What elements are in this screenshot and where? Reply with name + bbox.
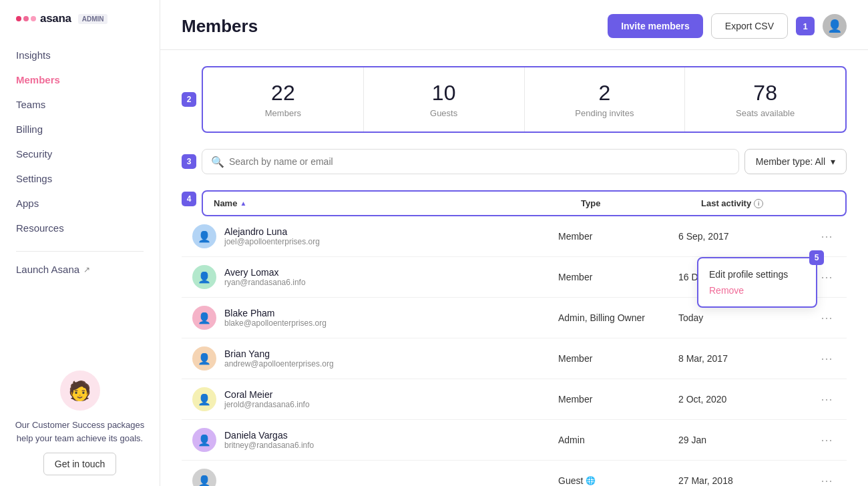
asana-wordmark: asana (40, 12, 71, 25)
search-input[interactable] (202, 149, 739, 174)
member-name: Brian Yang (224, 348, 558, 359)
step-badge-5: 5 (809, 250, 824, 265)
info-icon: i (754, 199, 763, 208)
member-email: blake@apolloenterprises.org (224, 318, 558, 328)
export-csv-button[interactable]: Export CSV (711, 13, 788, 39)
member-info: Brian Yang andrew@apolloenterprises.org (224, 348, 558, 369)
more-options-button[interactable]: ⋯ (817, 227, 836, 246)
member-type-filter[interactable]: Member type: All ▾ (744, 149, 847, 174)
logo-dot-red (16, 16, 21, 21)
more-options-button[interactable]: ⋯ (817, 308, 836, 327)
avatar: 👤 (192, 346, 216, 371)
search-section: 3 🔍 Member type: All ▾ (182, 149, 847, 174)
stat-seats-label: Seats available (736, 108, 795, 118)
more-options-button[interactable]: ⋯ (817, 471, 836, 486)
sidebar-item-settings[interactable]: Settings (0, 166, 160, 191)
sidebar-divider (16, 251, 144, 252)
member-email: joel@apolloenterprises.org (224, 237, 558, 246)
sidebar-item-teams[interactable]: Teams (0, 92, 160, 117)
member-activity: Today (678, 312, 812, 323)
avatar: 👤 (192, 469, 216, 486)
sidebar-item-insights[interactable]: Insights (0, 43, 160, 67)
stats-section: 2 22 Members 10 Guests 2 Pending invites… (182, 66, 847, 133)
stats-cards: 22 Members 10 Guests 2 Pending invites 7… (202, 66, 847, 133)
more-options-button[interactable]: ⋯ (817, 431, 836, 449)
get-in-touch-button[interactable]: Get in touch (43, 453, 117, 475)
sidebar: asana ADMIN Insights Members Teams Billi… (0, 0, 160, 486)
launch-asana-label: Launch Asana (16, 264, 79, 275)
stat-guests-value: 10 (432, 81, 456, 105)
more-options-button[interactable]: ⋯ (817, 268, 836, 286)
table-row: 👤 Brian Yang andrew@apolloenterprises.or… (182, 338, 847, 379)
table-row: 👤 Coral Meier jerold@randasana6.info Mem… (182, 379, 847, 420)
sidebar-nav: Insights Members Teams Billing Security … (0, 37, 160, 246)
avatar: 👤 (192, 428, 216, 452)
stat-seats-value: 78 (753, 81, 777, 105)
member-info: Coral Meier jerold@randasana6.info (224, 389, 558, 409)
member-type: Admin, Billing Owner (558, 312, 678, 323)
stat-pending: 2 Pending invites (525, 67, 686, 132)
logo-dot-pink (23, 16, 29, 21)
page-header: Members Invite members Export CSV 1 👤 (160, 0, 868, 50)
avatar: 👤 (192, 306, 216, 330)
stat-pending-label: Pending invites (575, 108, 634, 118)
member-type: Guest 🌐 (558, 475, 678, 486)
logo-dot-light (31, 16, 36, 21)
member-type: Member (558, 353, 678, 364)
sidebar-item-resources[interactable]: Resources (0, 216, 160, 240)
sidebar-item-security[interactable]: Security (0, 142, 160, 166)
table-row: 👤 Avery Lomax ryan@randasana6.info Membe… (182, 257, 847, 298)
search-wrapper: 🔍 (202, 149, 739, 174)
stat-pending-value: 2 (598, 81, 610, 105)
member-type: Member (558, 231, 678, 242)
member-info: Alejandro Luna joel@apolloenterprises.or… (224, 226, 558, 246)
table-row: 👤 Daniela Vargas britney@randasana6.info… (182, 420, 847, 461)
external-link-icon: ↗ (83, 265, 90, 274)
sidebar-item-members[interactable]: Members (0, 67, 160, 92)
sidebar-promo: 🧑 Our Customer Success packages help you… (11, 371, 149, 475)
members-table: 4 Name ▲ Type Last activity i 👤 (182, 190, 847, 486)
user-avatar[interactable]: 👤 (823, 14, 847, 38)
step-badge-4: 4 (182, 192, 196, 206)
remove-option[interactable]: Remove (709, 282, 805, 298)
avatar: 👤 (192, 387, 216, 411)
more-options-button[interactable]: ⋯ (817, 349, 836, 368)
member-email: andrew@apolloenterprises.org (224, 359, 558, 369)
search-icon: 🔍 (211, 156, 224, 168)
sort-icon: ▲ (240, 200, 246, 207)
globe-icon: 🌐 (586, 476, 596, 485)
stat-seats: 78 Seats available (685, 67, 845, 132)
more-options-button[interactable]: ⋯ (817, 390, 836, 409)
content-area: 2 22 Members 10 Guests 2 Pending invites… (160, 50, 868, 486)
stat-guests-label: Guests (430, 108, 457, 118)
table-header-section: 4 Name ▲ Type Last activity i (182, 190, 847, 216)
table-header: Name ▲ Type Last activity i (202, 190, 847, 216)
header-actions: Invite members Export CSV 1 👤 (608, 13, 847, 39)
avatar: 👤 (192, 224, 216, 248)
table-row: 👤 Guest 🌐 27 Mar, 2018 ⋯ (182, 461, 847, 486)
sidebar-item-billing[interactable]: Billing (0, 117, 160, 142)
launch-asana-link[interactable]: Launch Asana ↗ (0, 257, 160, 282)
col-type-header: Type (581, 198, 701, 208)
notification-badge[interactable]: 1 (796, 17, 815, 35)
member-email: britney@randasana6.info (224, 441, 558, 450)
invite-members-button[interactable]: Invite members (608, 14, 703, 38)
member-activity: 27 Mar, 2018 (678, 475, 812, 486)
member-info: Blake Pham blake@apolloenterprises.org (224, 308, 558, 328)
chevron-down-icon: ▾ (831, 156, 835, 167)
promo-avatar: 🧑 (60, 371, 100, 411)
step-badge-2: 2 (182, 92, 196, 107)
sidebar-item-apps[interactable]: Apps (0, 191, 160, 216)
app-logo: asana ADMIN (0, 0, 160, 37)
member-type: Member (558, 272, 678, 282)
col-name-header: Name ▲ (214, 198, 581, 208)
member-type: Admin (558, 435, 678, 445)
edit-profile-settings-option[interactable]: Edit profile settings (709, 266, 805, 282)
member-activity: 29 Jan (678, 435, 812, 445)
stat-members: 22 Members (203, 67, 364, 132)
stat-members-label: Members (265, 108, 301, 118)
asana-logo: asana ADMIN (16, 12, 107, 25)
stat-guests: 10 Guests (364, 67, 525, 132)
member-info: Avery Lomax ryan@randasana6.info (224, 267, 558, 287)
page-title: Members (182, 16, 258, 37)
